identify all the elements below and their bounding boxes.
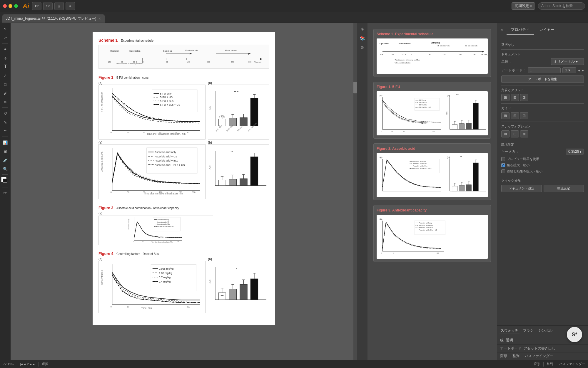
figure1-chart-b: ** * AUC 5-FU only 5-FU+BLs 5-FU+US 5-FU… [208,85,269,140]
close-window-btn[interactable] [3,4,7,8]
ruler-icon-3[interactable]: ⊠ [520,94,528,101]
pen-tool[interactable]: ✒ [1,45,9,53]
svg-text:Ascorbic acid + US: Ascorbic acid + US [413,163,427,164]
symbols-tab[interactable]: シンボル [537,327,554,334]
artboard-prev-btn[interactable]: ◂ [578,68,580,73]
env-settings-btn[interactable]: 環境設定 [544,185,584,192]
stock-btn[interactable]: St [43,2,53,10]
screen-mode-tool[interactable]: □□ [1,189,9,197]
artboard-number-input[interactable]: 1 [528,67,561,73]
tab-properties[interactable]: プロパティ [507,25,534,35]
snap-icon-1[interactable]: ⊞ [501,130,510,137]
quick-action-btns: ドキュメント設定 環境設定 [501,185,584,194]
eyedropper-tool[interactable]: 💉 [1,156,9,164]
panel-icons: ◈ 📚 ⚙ [357,23,368,360]
transform-row: 変形 整列 パスファインダー [497,352,588,360]
scrollbar-thumb[interactable] [353,82,357,93]
snap-icon-2[interactable]: ⊟ [511,130,519,137]
pencil-tool[interactable]: ✏ [1,98,9,106]
preview-boundary-checkbox[interactable] [501,157,505,161]
svg-text:270: 270 [170,241,172,242]
grid-btn[interactable]: ⊞ [54,2,64,10]
file-tab[interactable]: JDT_miura_Figures.ai @ 72.11% (RGB/GPU プ… [2,14,105,23]
guides-icon-1[interactable]: ⊞ [501,112,510,119]
paintbrush-tool[interactable]: 🖌 [1,89,9,97]
prev-page-btn[interactable]: ◂ [24,362,26,366]
ruler-icon-2[interactable]: ⊟ [511,94,519,101]
align-label[interactable]: 整列 [512,354,519,359]
snap-icon-3[interactable]: ⊠ [520,130,528,137]
adobe-stock-search[interactable]: Adobe Stock を検索 [538,2,585,10]
scale-strokes-checkbox[interactable] [501,169,505,173]
svg-text:-125: -125 [380,54,383,56]
artboard-next-btn[interactable]: ▸ [582,68,584,73]
artboard-edit-btn[interactable]: アートボードを編集 [501,75,584,83]
key-input-value[interactable]: 0.3528 r [566,149,584,154]
svg-text:5-FU concentration: 5-FU concentration [101,92,103,112]
rect-tool[interactable]: □ [1,80,9,88]
rotate-tool[interactable]: ↺ [1,109,9,117]
type-tool[interactable]: T [1,63,9,71]
doc-settings-btn[interactable]: ドキュメント設定 [501,185,542,192]
align-bottom[interactable]: 整列 [547,362,553,366]
next-page-btn[interactable]: ▸ [30,362,32,366]
ruler-icon-1[interactable]: ⊞ [501,94,510,101]
select-tool[interactable]: ↖ [1,25,9,33]
svg-text:Time after ultrasound irradiat: Time after ultrasound irradiation, min [147,133,186,135]
swatches-tab[interactable]: スウォッチ [500,327,519,334]
stroke-swatch[interactable] [3,179,7,183]
artboard-bottom-label[interactable]: アートボード [500,346,521,351]
scale-corners-checkbox[interactable]: ✓ [501,163,505,167]
unit-dropdown[interactable]: ミリメートル ▾ [551,58,584,65]
svg-text:30: 30 [142,241,144,242]
pathfinder-bottom[interactable]: パスファインダー [559,362,585,366]
svg-text:300: 300 [192,191,196,194]
maximize-window-btn[interactable] [14,4,18,8]
direct-select-tool[interactable]: ↗ [1,33,9,42]
status-circle[interactable]: S* [567,327,582,342]
gradient-tool[interactable]: ▣ [1,147,9,155]
selection-mode: 選択 [42,362,48,366]
pathfinder-label[interactable]: パスファインダー [525,354,553,359]
zoom-tool[interactable]: 🔍 [1,165,9,173]
traffic-lights [3,4,18,8]
page-nav: |◂ ◂ 2 ▸ ▸| [20,362,35,366]
settings-panel-icon[interactable]: ⚙ [358,43,366,52]
figure3-subtitle: Ascorbic acid combination - antioxidant … [116,206,179,210]
canvas-scrollbar[interactable] [353,23,357,360]
warp-tool[interactable]: 〜 [1,127,9,135]
preview-scheme1-title: Scheme 1. Experimental schedule [377,32,488,36]
divider-2 [501,85,584,85]
rulers-section-title: 定規とグリッド [501,88,584,92]
last-page-btn[interactable]: ▸| [33,362,36,366]
asset-write-label[interactable]: アセットの書き出し [524,346,555,351]
svg-rect-193 [459,124,465,130]
guides-icon-2[interactable]: ⊟ [511,112,519,119]
guides-section-title: ガイド [501,106,584,110]
libraries-panel-icon[interactable]: 📚 [358,34,366,42]
preset-dropdown[interactable]: 初期設定 ▾ [512,2,535,10]
panel-collapse-btn[interactable]: ◂ [501,28,505,32]
graph-tool[interactable]: 📊 [1,138,9,147]
tab-layers[interactable]: レイヤー [535,25,559,35]
pen-btn[interactable]: ✒ [66,2,75,10]
svg-text:AUC: AUC [209,279,211,283]
line-tool[interactable]: ∕ [1,71,9,80]
preview-figure1-img: (a) 5-FU only 5-FU + US 5-FU + BLs [377,91,488,135]
brush-tab[interactable]: ブラシ [522,327,535,334]
canvas-area[interactable]: Scheme 1 Experimental schedule Operation… [11,23,357,360]
bridge-btn[interactable]: Br [32,2,41,10]
appearance-panel-icon[interactable]: ◈ [358,25,366,33]
first-page-btn[interactable]: |◂ [20,362,23,366]
scale-tool[interactable]: ⤡ [1,118,9,126]
svg-text:Time after ultrasound irradiat: Time after ultrasound irradiation, min [144,192,183,195]
tab-close-btn[interactable]: × [99,16,101,21]
window-controls: Ai Br St ⊞ ✒ [3,2,75,10]
transform-bottom[interactable]: 変形 [534,362,540,366]
minimize-window-btn[interactable] [9,4,12,8]
transform-label[interactable]: 変形 [500,354,507,359]
artboard-select[interactable]: 1 ▾ [562,67,576,73]
anchor-tool[interactable]: ⊹ [1,54,9,62]
guides-icon-3[interactable]: ⊡ [520,112,528,119]
svg-rect-220 [459,185,465,191]
